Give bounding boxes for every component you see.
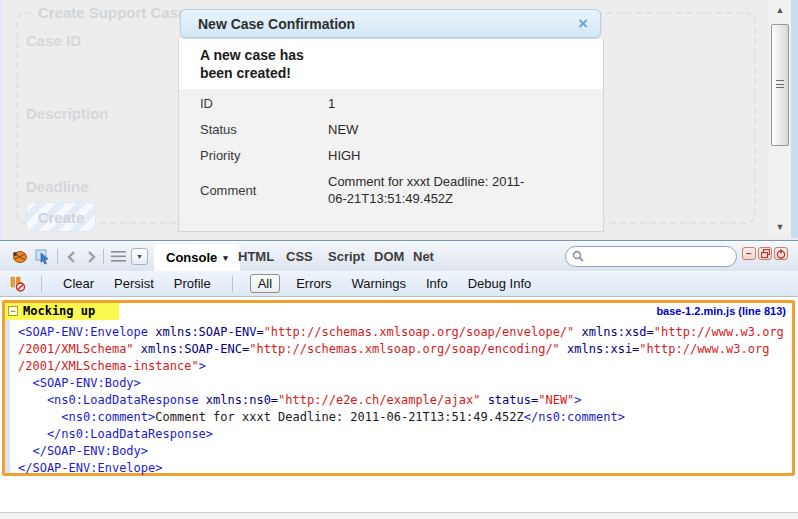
break-on-errors-icon[interactable]	[8, 275, 26, 292]
field-label: Comment	[200, 183, 328, 198]
filter-errors-button[interactable]: Errors	[296, 276, 331, 291]
dialog-field-row: Comment Comment for xxxt Deadline: 2011-…	[200, 173, 590, 207]
tab-script[interactable]: Script	[328, 249, 365, 264]
fieldset-legend: Create Support Case	[32, 4, 192, 21]
separator	[232, 276, 233, 292]
search-box	[565, 246, 737, 267]
field-label: Status	[200, 122, 328, 137]
field-value: NEW	[328, 121, 536, 138]
dialog-title: New Case Confirmation	[181, 16, 355, 32]
log-group: − Mocking up base-1.2.min.js (line 813) …	[2, 300, 795, 476]
dialog-field-row: Status NEW	[200, 121, 590, 138]
tab-css[interactable]: CSS	[286, 249, 313, 264]
field-value: 1	[328, 95, 536, 112]
forward-icon[interactable]	[82, 248, 100, 265]
firebug-tab-bar: ▾ Console ▾ HTML CSS Script DOM Net −	[0, 242, 798, 271]
scroll-up-icon[interactable]: ▲	[769, 2, 791, 18]
scrollbar-grip-icon	[776, 80, 784, 88]
firebug-icon[interactable]	[10, 248, 28, 265]
filter-warnings-button[interactable]: Warnings	[352, 276, 406, 291]
tab-net[interactable]: Net	[413, 249, 434, 264]
dialog-header: New Case Confirmation ×	[180, 9, 601, 38]
field-value: Comment for xxxt Deadline: 2011-06-21T13…	[328, 173, 536, 207]
create-button: Create	[26, 202, 96, 232]
xml-log: <SOAP-ENV:Envelope xmlns:SOAP-ENV="http:…	[18, 324, 784, 477]
dialog-field-row: ID 1	[200, 95, 590, 112]
firebug-panel: ▾ Console ▾ HTML CSS Script DOM Net −	[0, 240, 798, 519]
chevron-down-icon: ▾	[223, 253, 228, 263]
window-border	[791, 0, 798, 238]
search-icon	[572, 248, 584, 266]
dialog-body: A new case has been created! ID 1 Status…	[178, 39, 604, 232]
clear-button[interactable]: Clear	[63, 276, 94, 291]
collapse-toggle-icon[interactable]: −	[8, 306, 18, 316]
description-label: Description	[26, 105, 109, 122]
separator	[103, 249, 104, 264]
page-scrollbar[interactable]: ▲ ▼	[769, 0, 791, 237]
field-label: Priority	[200, 148, 328, 163]
power-off-icon[interactable]	[774, 247, 788, 260]
log-group-title: Mocking up	[23, 304, 95, 318]
scroll-down-icon[interactable]: ▼	[769, 219, 791, 235]
console-log-area: − Mocking up base-1.2.min.js (line 813) …	[0, 297, 798, 513]
inspect-icon[interactable]	[34, 248, 52, 265]
dialog-fields: ID 1 Status NEW Priority HIGH Comment Co…	[200, 95, 590, 216]
log-group-header-highlight: − Mocking up	[5, 303, 119, 320]
tab-console-label: Console	[166, 250, 217, 265]
minimize-icon[interactable]: −	[742, 247, 756, 260]
profile-button[interactable]: Profile	[174, 276, 211, 291]
field-label: ID	[200, 96, 328, 111]
dialog-message-band: A new case has been created!	[179, 39, 603, 89]
dialog-field-row: Priority HIGH	[200, 147, 590, 164]
field-value: HIGH	[328, 147, 536, 164]
filter-info-button[interactable]: Info	[426, 276, 448, 291]
filter-all-button[interactable]: All	[250, 274, 280, 293]
list-menu-icon[interactable]	[109, 248, 127, 265]
filter-debug-info-button[interactable]: Debug Info	[468, 276, 532, 291]
tab-html[interactable]: HTML	[238, 249, 274, 264]
tab-dom[interactable]: DOM	[374, 249, 404, 264]
persist-button[interactable]: Persist	[114, 276, 154, 291]
separator	[57, 249, 58, 264]
back-icon[interactable]	[62, 248, 80, 265]
log-group-gutter	[5, 303, 10, 473]
close-icon[interactable]: ×	[578, 15, 588, 32]
detach-window-icon[interactable]	[758, 247, 772, 260]
firebug-status-bar	[0, 512, 798, 519]
chevron-down-icon[interactable]: ▾	[131, 248, 148, 265]
source-link[interactable]: base-1.2.min.js (line 813)	[656, 305, 786, 317]
console-toolbar: Clear Persist Profile All Errors Warning…	[0, 271, 798, 297]
case-id-label: Case ID	[26, 32, 81, 49]
deadline-label: Deadline	[26, 178, 89, 195]
search-input[interactable]	[588, 250, 728, 264]
tab-console[interactable]: Console ▾	[154, 244, 240, 271]
web-page-area: Create Support Case Case ID Description …	[0, 0, 798, 240]
scrollbar-thumb[interactable]	[771, 24, 789, 146]
separator	[41, 276, 42, 292]
dialog-message: A new case has been created!	[200, 46, 340, 82]
